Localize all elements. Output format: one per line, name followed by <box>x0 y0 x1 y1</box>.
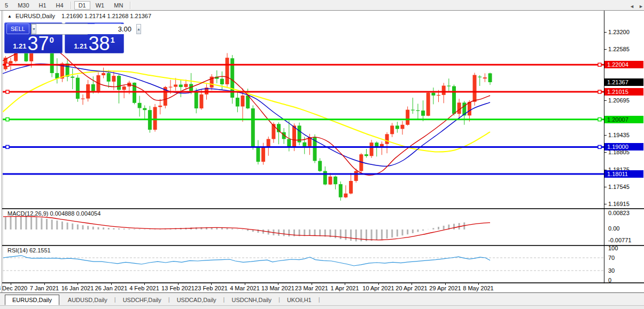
candle-body <box>199 94 203 108</box>
candle-body <box>354 171 358 181</box>
candle-body <box>447 86 451 86</box>
buy-price-pip: 1 <box>111 35 115 44</box>
rsi-indicator-canvas[interactable] <box>3 246 604 282</box>
candle-body <box>442 86 446 95</box>
price-scale-label: 1.23200 <box>608 28 630 36</box>
hline-anchor-marker[interactable] <box>598 145 601 148</box>
candle-body <box>271 124 275 139</box>
hline-anchor-marker[interactable] <box>6 63 9 66</box>
sell-price-prefix: 1.21 <box>13 42 26 50</box>
candle-body <box>251 108 255 148</box>
candle-body <box>184 84 188 87</box>
sell-button[interactable]: SELL <box>6 23 29 34</box>
price-scale-tick <box>604 187 607 187</box>
volume-input[interactable] <box>36 24 136 34</box>
pane-divider-main-macd[interactable] <box>2 208 644 209</box>
sell-price-display[interactable]: 1.21 37 0 <box>4 34 63 53</box>
rsi-label: RSI(14) 62.1551 <box>7 247 51 253</box>
buy-price-display[interactable]: 1.21 38 1 <box>65 34 124 53</box>
macd-scale-label: 0.00823 <box>608 210 630 217</box>
candle-body <box>426 93 430 116</box>
candle-body <box>333 177 337 184</box>
pane-divider-macd-rsi[interactable] <box>2 245 644 246</box>
candle-body <box>138 103 142 108</box>
candle-body <box>329 177 332 185</box>
price-scale-tick <box>604 204 607 204</box>
candle-body <box>416 110 420 111</box>
chart-window-top-border <box>0 10 644 11</box>
chart-symbol-title: EURUSD,Daily <box>15 13 55 19</box>
candle-body <box>220 79 224 84</box>
candle-body <box>153 107 157 130</box>
timeframe-w1[interactable]: W1 <box>91 1 109 10</box>
timeframe-mn[interactable]: MN <box>110 1 127 10</box>
candle-body <box>473 75 477 102</box>
tab-usdcnh-daily[interactable]: USDCNH,Daily <box>224 295 278 305</box>
buy-price-prefix: 1.21 <box>74 42 87 50</box>
line-price-label: 1.20007 <box>604 116 643 123</box>
chart-ohlc-values: 1.21690 1.21714 1.21268 1.21367 <box>61 13 151 19</box>
date-axis-label: 1 Apr 2021 <box>330 285 359 291</box>
candle-body <box>411 110 415 110</box>
candle-body <box>169 87 173 88</box>
candle-body <box>468 102 471 116</box>
tab-ukoil-h1[interactable]: UKOil,H1 <box>280 295 319 305</box>
rsi-scale-label: 70 <box>608 255 615 262</box>
timeframe-d1[interactable]: D1 <box>74 1 90 10</box>
tab-scroll-left-icon[interactable]: ◄ <box>630 4 634 9</box>
line-price-label: 1.19000 <box>604 143 643 150</box>
timeframe-m30[interactable]: M30 <box>13 1 33 10</box>
candle-body <box>236 98 239 106</box>
timeframe-toolbar: 5M30H1H4D1W1MN <box>0 0 644 11</box>
hline-anchor-marker[interactable] <box>598 90 601 93</box>
tab-usdchf-daily[interactable]: USDCHF,Daily <box>116 295 168 305</box>
line-price-label: 1.21015 <box>604 88 643 96</box>
line-price-label: 1.22004 <box>604 61 643 68</box>
date-axis[interactable]: 28 Dec 20207 Jan 202116 Jan 202126 Jan 2… <box>3 283 644 292</box>
candle-body <box>257 148 260 162</box>
price-scale-tick <box>604 152 607 153</box>
candle-body <box>421 110 425 116</box>
candle-body <box>483 77 487 78</box>
chart-window-left-border <box>2 11 2 292</box>
tab-scroll-right-icon[interactable]: ► <box>639 4 643 9</box>
timeframe-h1[interactable]: H1 <box>35 1 51 10</box>
price-scale-tick <box>604 100 607 101</box>
candle-body <box>431 93 435 96</box>
date-axis-label: 4 Mar 2021 <box>230 285 260 291</box>
timeframe-h4[interactable]: H4 <box>52 1 68 10</box>
candle-body <box>195 91 198 108</box>
tab-eurusd-daily[interactable]: EURUSD,Daily <box>5 295 59 305</box>
hline-anchor-marker[interactable] <box>6 90 9 93</box>
timeframe-5[interactable]: 5 <box>1 1 12 10</box>
candle-body <box>246 96 250 108</box>
hline-anchor-marker[interactable] <box>6 145 9 148</box>
candle-body <box>267 139 270 147</box>
date-axis-label: 13 Feb 2021 <box>161 285 195 291</box>
hline-anchor-marker[interactable] <box>598 63 601 66</box>
tab-usdcad-daily[interactable]: USDCAD,Daily <box>170 295 223 305</box>
candle-body <box>437 95 440 96</box>
candle-body <box>401 125 405 129</box>
candle-body <box>226 58 229 84</box>
candle-body <box>122 86 126 90</box>
status-bar <box>0 305 644 309</box>
mt4-terminal: 5M30H1H4D1W1MN ▲ EURUSD,Daily 1.21690 1.… <box>0 0 644 309</box>
toolbar-separator <box>130 2 131 9</box>
horizontal-lines-layer <box>3 63 604 174</box>
candle-body <box>81 99 85 99</box>
macd-scale-label: -0.00771 <box>608 237 631 244</box>
candle-body <box>390 125 394 134</box>
hline-anchor-marker[interactable] <box>598 118 601 121</box>
toolbar-separator <box>71 2 72 9</box>
collapse-panel-icon[interactable]: ▲ <box>7 14 12 19</box>
candle-body <box>452 86 456 114</box>
hline-anchor-marker[interactable] <box>6 118 9 121</box>
volume-increase-button[interactable]: ▲ <box>136 24 141 34</box>
candle-body <box>292 125 296 147</box>
tab-audusd-daily[interactable]: AUDUSD,Daily <box>61 295 114 305</box>
rsi-scale-label: 30 <box>608 267 615 274</box>
candle-body <box>261 147 265 162</box>
price-scale-label: 1.22585 <box>608 45 630 53</box>
buy-price-digits: 38 <box>88 35 110 53</box>
